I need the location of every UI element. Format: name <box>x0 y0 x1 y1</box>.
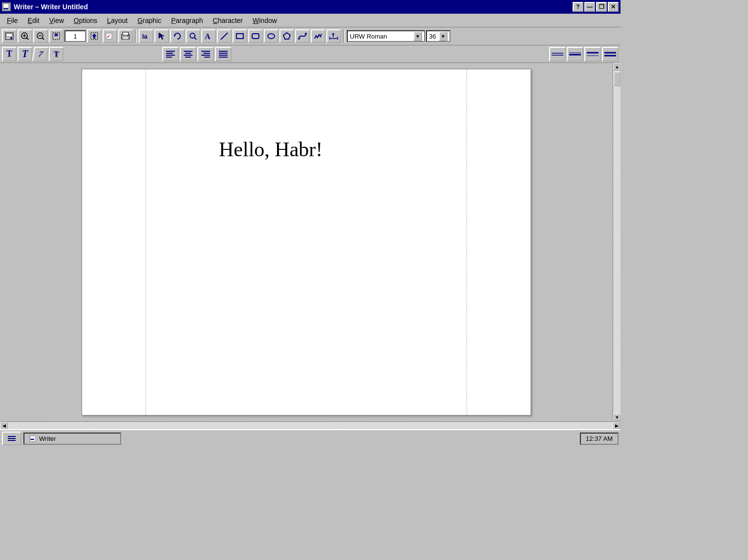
line-style-group <box>549 47 619 62</box>
svg-rect-68 <box>30 436 34 438</box>
title-bar: Writer – Writer Untitled ? — ❐ ✕ <box>0 0 620 14</box>
menu-graphic[interactable]: Graphic <box>132 15 166 26</box>
page-margin-right <box>467 69 467 415</box>
window-controls: ? — ❐ ✕ <box>573 2 619 12</box>
line-tool-button[interactable] <box>217 29 232 43</box>
dimension-tool-button[interactable] <box>326 29 341 43</box>
svg-rect-2 <box>3 8 8 9</box>
menu-window[interactable]: Window <box>248 15 282 26</box>
svg-text:A: A <box>205 32 211 41</box>
app-icon[interactable] <box>2 2 11 11</box>
toolbar-row-1: 1 ✓ Ia <box>0 27 620 45</box>
font-size-dropdown[interactable]: 36 ▼ <box>426 30 450 42</box>
font-name-dropdown[interactable]: URW Roman ▼ <box>347 30 425 42</box>
menu-paragraph[interactable]: Paragraph <box>166 15 208 26</box>
print-button[interactable] <box>118 29 133 43</box>
spell-check-button[interactable]: ✓ <box>103 29 117 43</box>
freehand-tool-button[interactable] <box>311 29 325 43</box>
scroll-thumb[interactable] <box>614 72 620 86</box>
align-center-button[interactable] <box>180 47 196 62</box>
writer-taskbar-label: Writer <box>39 435 56 442</box>
menu-options[interactable]: Options <box>69 15 102 26</box>
zoom-out-button[interactable] <box>33 29 48 43</box>
close-button[interactable]: ✕ <box>608 2 619 12</box>
toolbar-separator-1 <box>135 30 137 42</box>
align-right-button[interactable] <box>197 47 214 62</box>
menu-view[interactable]: View <box>44 15 69 26</box>
svg-marker-32 <box>283 33 290 39</box>
menu-file[interactable]: File <box>2 15 23 26</box>
svg-point-34 <box>305 33 307 35</box>
svg-marker-23 <box>159 33 164 40</box>
rect-tool-button[interactable] <box>233 29 247 43</box>
text-normal-button[interactable]: T <box>2 47 17 62</box>
refresh-button[interactable] <box>49 29 64 43</box>
window-title: Writer – Writer Untitled <box>14 3 88 11</box>
text-tool-button[interactable]: A <box>201 29 216 43</box>
line-style-2-button[interactable] <box>567 47 583 62</box>
minimize-button[interactable]: — <box>584 2 595 12</box>
scroll-track[interactable] <box>613 71 620 414</box>
svg-rect-19 <box>123 32 128 35</box>
line-style-1-button[interactable] <box>549 47 566 62</box>
select-tool-button[interactable] <box>154 29 169 43</box>
line-style-4-button[interactable] <box>602 47 619 62</box>
rotate-tool-button[interactable] <box>170 29 185 43</box>
polygon-tool-button[interactable] <box>279 29 294 43</box>
scroll-left-button[interactable]: ◀ <box>0 422 8 430</box>
toolbar-row-2: T T 7 T <box>0 45 620 62</box>
alignment-group <box>162 47 232 62</box>
scroll-up-button[interactable]: ▲ <box>613 63 620 71</box>
page-nav-button[interactable] <box>87 29 102 43</box>
svg-point-5 <box>10 37 12 39</box>
text-bold-button[interactable]: T <box>18 47 32 62</box>
font-size-arrow[interactable]: ▼ <box>439 31 448 41</box>
document-container: Hello, Habr! ▲ ▼ ◀ ▶ <box>0 63 620 429</box>
svg-rect-69 <box>30 439 34 440</box>
align-justify-button[interactable] <box>215 47 232 62</box>
menu-layout[interactable]: Layout <box>102 15 132 26</box>
ta-button[interactable]: Ia <box>139 29 153 43</box>
scroll-down-button[interactable]: ▼ <box>613 414 620 421</box>
scroll-right-button[interactable]: ▶ <box>613 422 620 430</box>
page-margin-left <box>146 69 146 415</box>
menu-character[interactable]: Character <box>208 15 248 26</box>
svg-rect-4 <box>6 34 12 37</box>
text-italic-button[interactable]: 7 <box>32 47 49 62</box>
font-dropdown-arrow[interactable]: ▼ <box>413 31 422 41</box>
svg-line-26 <box>194 38 196 40</box>
doc-with-vscroll: Hello, Habr! ▲ ▼ <box>0 63 620 421</box>
svg-text:✓: ✓ <box>107 34 110 39</box>
title-bar-left: Writer – Writer Untitled <box>2 2 88 11</box>
svg-point-31 <box>268 34 275 39</box>
document-page: Hello, Habr! <box>82 69 531 415</box>
svg-line-28 <box>221 33 228 40</box>
svg-rect-29 <box>236 34 243 39</box>
zoom-in-button[interactable] <box>18 29 32 43</box>
taskbar: Writer 12:37 AM <box>0 429 620 447</box>
menu-edit[interactable]: Edit <box>23 15 44 26</box>
hscroll-track[interactable] <box>8 422 613 430</box>
taskbar-start-button[interactable] <box>2 432 21 445</box>
svg-point-25 <box>190 33 195 38</box>
document-text[interactable]: Hello, Habr! <box>82 69 531 161</box>
line-style-3-button[interactable] <box>584 47 601 62</box>
horizontal-scrollbar: ◀ ▶ <box>0 421 620 429</box>
vertical-scrollbar: ▲ ▼ <box>613 63 620 421</box>
document-scroll-area[interactable]: Hello, Habr! <box>0 63 613 421</box>
svg-rect-1 <box>3 4 8 8</box>
maximize-button[interactable]: ❐ <box>596 2 607 12</box>
taskbar-writer-button[interactable]: Writer <box>23 433 121 445</box>
text-shadow-button[interactable]: T <box>49 47 64 62</box>
help-button[interactable]: ? <box>573 2 583 12</box>
ellipse-tool-button[interactable] <box>264 29 278 43</box>
align-left-button[interactable] <box>162 47 179 62</box>
new-doc-button[interactable] <box>2 29 17 43</box>
svg-marker-15 <box>92 34 97 39</box>
menu-bar: File Edit View Options Layout Graphic Pa… <box>0 14 620 27</box>
magnify-tool-button[interactable] <box>186 29 200 43</box>
font-name-value: URW Roman <box>350 33 387 40</box>
page-number-input[interactable]: 1 <box>64 30 86 42</box>
curve-tool-button[interactable] <box>295 29 310 43</box>
rounded-rect-button[interactable] <box>248 29 263 43</box>
